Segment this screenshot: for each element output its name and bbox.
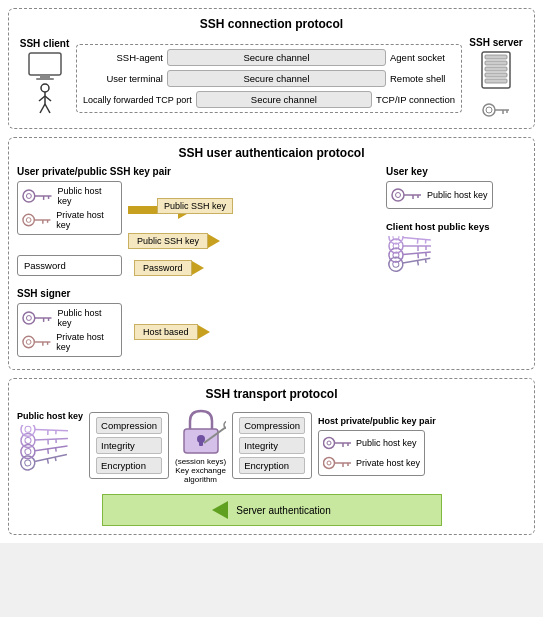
server-auth-label: Server authentication [236, 505, 331, 516]
row3-channel: Secure channel [196, 91, 372, 108]
svg-line-49 [425, 259, 426, 263]
proto-row-2: User terminal Secure channel Remote shel… [83, 70, 455, 87]
arrow1-label-wrapper: Public SSH key [157, 198, 233, 214]
svg-line-68 [47, 459, 48, 464]
svg-point-36 [26, 340, 31, 345]
svg-line-72 [34, 446, 67, 451]
s3-priv-key-icon [323, 455, 353, 471]
svg-line-48 [418, 260, 419, 265]
s3-left-comp-0: Compression [96, 417, 162, 434]
section3: SSH transport protocol Public host key [8, 378, 535, 535]
row2-left: User terminal [83, 73, 163, 84]
kex-label: (session keys)Key exchangealgorithm [175, 457, 226, 484]
password-label: Password [24, 260, 66, 271]
row2-channel: Secure channel [167, 70, 386, 87]
s3-left-keys-svg [18, 425, 83, 480]
svg-point-75 [20, 433, 35, 448]
server-auth-arrow-head [212, 501, 228, 519]
svg-rect-10 [485, 55, 507, 59]
svg-point-96 [327, 461, 331, 465]
svg-line-69 [55, 457, 56, 461]
section1-title: SSH connection protocol [17, 17, 526, 31]
ssh-client-block: SSH client [17, 38, 72, 119]
server-icon [478, 50, 514, 98]
s3-pub-key-icon [323, 435, 353, 451]
s3-left-comp-box: Compression Integrity Encryption [89, 412, 169, 479]
kp1-pub-label: Public host key [57, 186, 117, 206]
svg-line-73 [47, 449, 48, 454]
row2-right: Remote shell [390, 73, 455, 84]
row3-left: Locally forwarded TCP port [83, 95, 192, 105]
svg-point-30 [23, 312, 35, 324]
row3-right: TCP/IP connection [376, 94, 455, 105]
server-key-icon [481, 100, 511, 120]
svg-point-26 [26, 218, 31, 223]
svg-line-67 [34, 455, 66, 462]
diagram: SSH connection protocol SSH client [0, 0, 543, 543]
svg-rect-0 [29, 53, 61, 75]
svg-line-7 [40, 104, 45, 113]
key1-pub-icon [22, 187, 53, 205]
section2: SSH user authenticaion protocol User pri… [8, 137, 535, 370]
s3-right-comp-0: Compression [239, 417, 305, 434]
svg-rect-87 [199, 439, 203, 446]
svg-point-76 [24, 437, 30, 443]
kp1-priv-label: Private host key [56, 210, 117, 230]
svg-point-21 [26, 194, 31, 199]
keypair1-box: Public host key Private host key [17, 181, 122, 235]
proto-row-1: SSH-agent Secure channel Agent socket [83, 49, 455, 66]
s2-right-subtitle: User key [386, 166, 526, 177]
svg-point-16 [486, 107, 492, 113]
svg-point-65 [19, 455, 36, 472]
s3-right-pair: Host private/public key pair Public host… [318, 416, 436, 476]
arrow2-label-box: Password [134, 260, 192, 276]
svg-rect-13 [485, 73, 507, 77]
server-auth-box: Server authentication [102, 494, 442, 526]
s3-right-pair-title: Host private/public key pair [318, 416, 436, 426]
s2-right: User key Public host key [386, 166, 526, 361]
svg-point-40 [392, 189, 404, 201]
svg-point-91 [327, 441, 331, 445]
svg-point-61 [393, 236, 400, 240]
server-auth-row: Server authentication [17, 494, 526, 526]
svg-rect-11 [485, 61, 507, 65]
stacked-keys-svg [386, 236, 456, 296]
s3-priv-key-label: Private host key [356, 458, 420, 468]
svg-point-41 [396, 193, 401, 198]
section3-title: SSH transport protocol [17, 387, 526, 401]
password-box: Password [17, 255, 122, 276]
proto-row-3: Locally forwarded TCP port Secure channe… [83, 91, 455, 108]
svg-point-20 [23, 190, 35, 202]
stacked-keys [386, 236, 456, 291]
svg-point-25 [23, 214, 34, 225]
svg-point-35 [23, 336, 34, 347]
svg-line-77 [34, 438, 67, 440]
svg-line-82 [35, 430, 68, 431]
server-label: SSH server [469, 37, 522, 48]
svg-point-31 [26, 316, 31, 321]
svg-rect-2 [36, 78, 54, 80]
row1-right: Agent socket [390, 52, 455, 63]
svg-point-81 [24, 426, 30, 432]
svg-point-15 [483, 104, 495, 116]
arrow1-arrowhead [208, 234, 220, 248]
svg-point-89 [224, 421, 226, 429]
s3-right-comp-2: Encryption [239, 457, 305, 474]
s3-left-keys: Public host key [17, 411, 83, 480]
signer-label: SSH signer [17, 288, 378, 299]
svg-line-8 [45, 104, 50, 113]
key2-pub-icon [22, 309, 53, 327]
computer-icon [26, 51, 64, 83]
svg-point-95 [324, 457, 335, 468]
svg-point-70 [20, 444, 36, 460]
s3-left-keys-label: Public host key [17, 411, 83, 421]
svg-point-90 [324, 437, 335, 448]
user-key-box: Public host key [386, 181, 493, 209]
arrow3-arrowhead [198, 325, 210, 339]
section1: SSH connection protocol SSH client [8, 8, 535, 129]
svg-line-62 [403, 237, 431, 239]
s2-left: User private/public SSH key pair [17, 166, 378, 361]
row1-channel: Secure channel [167, 49, 386, 66]
svg-rect-14 [485, 79, 507, 83]
s3-pub-key-label: Public host key [356, 438, 417, 448]
